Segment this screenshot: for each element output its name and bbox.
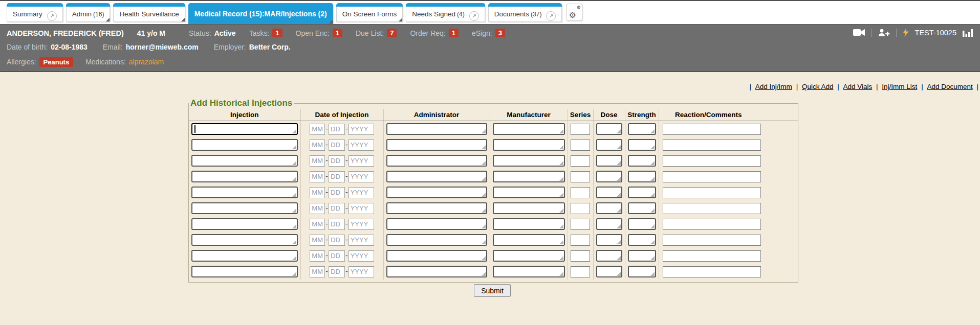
add-vials-link[interactable]: Add Vials	[843, 83, 873, 90]
allergy-badge[interactable]: Peanuts	[39, 57, 74, 67]
dose-input[interactable]	[596, 266, 622, 277]
administrator-input[interactable]	[386, 234, 487, 246]
manufacturer-input[interactable]	[493, 266, 565, 277]
year-input[interactable]	[349, 124, 374, 135]
injection-input[interactable]	[191, 250, 298, 262]
series-input[interactable]	[571, 171, 590, 182]
dose-input[interactable]	[596, 218, 622, 230]
add-user-icon[interactable]	[878, 29, 890, 37]
dose-input[interactable]	[596, 155, 622, 167]
month-input[interactable]	[310, 266, 325, 277]
manufacturer-input[interactable]	[493, 139, 565, 151]
injection-input[interactable]	[191, 139, 298, 151]
series-input[interactable]	[571, 155, 590, 167]
tab-documents[interactable]: Documents(37)↗	[488, 3, 562, 22]
series-input[interactable]	[571, 124, 590, 135]
open-in-new-icon[interactable]: ↗	[47, 11, 57, 21]
manufacturer-input[interactable]	[493, 123, 565, 135]
tab-needs-signed[interactable]: Needs Signed(4)↗	[406, 3, 485, 22]
strength-input[interactable]	[628, 266, 656, 277]
injection-input[interactable]	[191, 155, 298, 167]
day-input[interactable]	[329, 187, 345, 198]
injection-input[interactable]	[191, 123, 298, 135]
manufacturer-input[interactable]	[493, 155, 565, 167]
year-input[interactable]	[349, 250, 374, 262]
administrator-input[interactable]	[386, 171, 487, 182]
year-input[interactable]	[349, 140, 374, 151]
tab-summary[interactable]: Summary↗	[7, 3, 63, 22]
manufacturer-input[interactable]	[493, 187, 565, 198]
month-input[interactable]	[310, 235, 325, 246]
quick-add-link[interactable]: Quick Add	[802, 83, 834, 90]
series-input[interactable]	[571, 187, 590, 198]
reaction-comments-input[interactable]	[663, 171, 761, 182]
order-req-badge[interactable]: 1	[449, 29, 459, 37]
dose-input[interactable]	[596, 202, 622, 214]
administrator-input[interactable]	[386, 266, 487, 277]
administrator-input[interactable]	[386, 139, 487, 151]
reaction-comments-input[interactable]	[663, 187, 761, 198]
strength-input[interactable]	[628, 187, 656, 198]
quick-action-flash-icon[interactable]	[903, 28, 909, 37]
series-input[interactable]	[571, 140, 590, 151]
reaction-comments-input[interactable]	[663, 140, 761, 151]
year-input[interactable]	[349, 187, 374, 198]
dose-input[interactable]	[596, 171, 622, 182]
manufacturer-input[interactable]	[493, 250, 565, 262]
tab-medical-record-15-mar-injections-2[interactable]: Medical Record (15):MAR/Injections (2)	[188, 3, 333, 24]
month-input[interactable]	[310, 203, 325, 214]
dose-input[interactable]	[596, 123, 622, 135]
year-input[interactable]	[349, 171, 374, 182]
inj-imm-list-link[interactable]: Inj/Imm List	[882, 83, 917, 90]
reaction-comments-input[interactable]	[663, 219, 761, 230]
reaction-comments-input[interactable]	[663, 266, 761, 277]
injection-input[interactable]	[191, 202, 298, 214]
dose-input[interactable]	[596, 139, 622, 151]
administrator-input[interactable]	[386, 155, 487, 167]
year-input[interactable]	[349, 266, 374, 277]
injection-input[interactable]	[191, 234, 298, 246]
day-input[interactable]	[329, 155, 345, 167]
dose-input[interactable]	[596, 234, 622, 246]
strength-input[interactable]	[628, 171, 656, 182]
tasks-badge[interactable]: 1	[272, 29, 282, 37]
series-input[interactable]	[571, 235, 590, 246]
month-input[interactable]	[310, 155, 325, 167]
administrator-input[interactable]	[386, 202, 487, 214]
day-input[interactable]	[329, 203, 345, 214]
administrator-input[interactable]	[386, 218, 487, 230]
series-input[interactable]	[571, 250, 590, 262]
open-enc-badge[interactable]: 1	[333, 29, 342, 37]
strength-input[interactable]	[628, 234, 656, 246]
submit-button[interactable]: Submit	[474, 284, 511, 297]
open-in-new-icon[interactable]: ↗	[469, 11, 479, 21]
day-input[interactable]	[329, 219, 345, 230]
reaction-comments-input[interactable]	[663, 155, 761, 167]
add-document-link[interactable]: Add Document	[927, 83, 972, 90]
month-input[interactable]	[310, 171, 325, 182]
manufacturer-input[interactable]	[493, 218, 565, 230]
video-call-icon[interactable]	[853, 29, 865, 36]
dose-input[interactable]	[596, 250, 622, 262]
injection-input[interactable]	[191, 218, 298, 230]
injection-input[interactable]	[191, 171, 298, 182]
year-input[interactable]	[349, 203, 374, 214]
month-input[interactable]	[310, 140, 325, 151]
strength-input[interactable]	[628, 155, 656, 167]
series-input[interactable]	[571, 219, 590, 230]
day-input[interactable]	[329, 235, 345, 246]
day-input[interactable]	[329, 250, 345, 262]
reaction-comments-input[interactable]	[663, 124, 761, 135]
reaction-comments-input[interactable]	[663, 235, 761, 246]
day-input[interactable]	[329, 171, 345, 182]
administrator-input[interactable]	[386, 187, 487, 198]
day-input[interactable]	[329, 124, 345, 135]
dose-input[interactable]	[596, 187, 622, 198]
series-input[interactable]	[571, 266, 590, 277]
chart-graph-icon[interactable]	[963, 28, 973, 37]
manufacturer-input[interactable]	[493, 171, 565, 182]
month-input[interactable]	[310, 219, 325, 230]
tab-health-surveillance[interactable]: Health Surveillance	[113, 3, 185, 22]
open-in-new-icon[interactable]: ↗	[546, 11, 556, 21]
month-input[interactable]	[310, 124, 325, 135]
